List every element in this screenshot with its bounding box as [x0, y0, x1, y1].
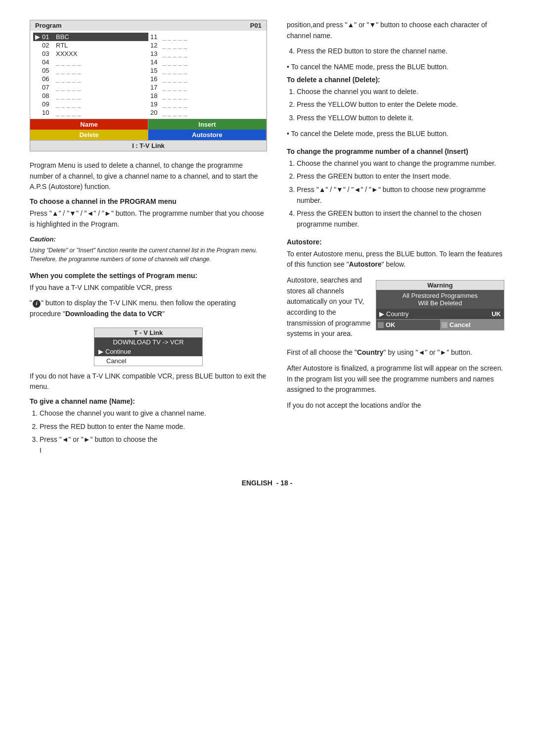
- footer-page: - 18 -: [276, 479, 293, 487]
- program-row: 03 XXXXX: [33, 49, 148, 58]
- program-row: 07 _ _ _ _ _: [33, 83, 148, 92]
- row-num: 13: [150, 50, 162, 57]
- warning-message: All Prestored Programmes Will Be Deleted: [376, 290, 504, 309]
- continue-arrow: ▶: [98, 348, 103, 355]
- complete-para2: "i" button to display the T-V LINK menu.…: [30, 298, 267, 319]
- cancel-delete-bullet: To cancel the Delete mode, press the BLU…: [287, 129, 504, 140]
- tvlink-continue[interactable]: ▶ Continue: [94, 347, 202, 356]
- ok-checkbox: [378, 322, 384, 328]
- info-icon: i: [33, 300, 41, 308]
- country-label: Country: [386, 310, 409, 318]
- program-row: 06 _ _ _ _ _: [33, 75, 148, 83]
- tvlink-header: T - V Link: [94, 328, 202, 337]
- caution-text: Using "Delete" or "Insert" function rewr…: [30, 246, 267, 264]
- autostore-para1: To enter Autostore menu, press the BLUE …: [287, 249, 504, 270]
- program-table: Program P01 ▶ 01 BBC 02 RTL: [30, 20, 267, 151]
- row-num: 03: [42, 50, 56, 57]
- country-para: First of all choose the "Country" by usi…: [287, 347, 504, 358]
- insert-section: To change the programme number of a chan…: [287, 147, 504, 230]
- program-row: 08 _ _ _ _ _: [33, 92, 148, 100]
- name-heading: To give a channel name (Name):: [30, 397, 267, 405]
- row-num: 16: [150, 75, 162, 83]
- program-row: 04 _ _ _ _ _: [33, 58, 148, 66]
- row-dash: _ _ _ _ _: [56, 84, 81, 91]
- program-col-label: Program: [35, 22, 61, 29]
- program-table-header: Program P01: [30, 20, 267, 31]
- tvlink-button[interactable]: I : T-V Link: [30, 140, 267, 151]
- tvlink-cancel[interactable]: Cancel: [94, 356, 202, 366]
- row-dash: _ _ _ _ _: [162, 50, 187, 57]
- row-num: 02: [42, 42, 56, 49]
- row-dash: _ _ _ _ _: [56, 100, 81, 108]
- delete-step1: Choose the channel you want to delete.: [297, 87, 504, 97]
- row-arrow: [35, 50, 42, 57]
- no-vcr-para: If you do not have a T-V LINK compatible…: [30, 371, 267, 392]
- row-arrow: [35, 92, 42, 99]
- warning-footer-buttons: OK Cancel: [376, 319, 504, 330]
- row-arrow: [35, 42, 42, 49]
- row-arrow: ▶: [35, 33, 42, 41]
- program-row: 17 _ _ _ _ _: [148, 83, 264, 92]
- row-num: 20: [150, 109, 162, 116]
- row-name: RTL: [56, 42, 86, 49]
- warning-cancel-button[interactable]: Cancel: [440, 320, 504, 330]
- name-button[interactable]: Name: [30, 119, 148, 130]
- row-num: 04: [42, 58, 56, 66]
- delete-button[interactable]: Delete: [30, 130, 148, 140]
- row-num: 08: [42, 92, 56, 99]
- program-left-col: ▶ 01 BBC 02 RTL 03 XXXXX: [33, 33, 148, 117]
- row-dash: _ _ _ _ _: [56, 109, 81, 116]
- program-row: ▶ 01 BBC: [33, 33, 148, 41]
- row-dash: _ _ _ _ _: [162, 84, 187, 91]
- program-row: 09 _ _ _ _ _: [33, 100, 148, 108]
- name-step2: Press the RED button to enter the Name m…: [40, 422, 267, 432]
- insert-heading: To change the programme number of a chan…: [287, 147, 504, 155]
- program-table-footer: Name Insert Delete Autostore I : T-V Lin…: [30, 119, 267, 151]
- choose-section: To choose a channel in the PROGRAM menu …: [30, 197, 267, 264]
- row-num: 10: [42, 109, 56, 116]
- insert-step3: Press "▲" / "▼" / "◄" / "►" button to ch…: [297, 185, 504, 206]
- program-row: 10 _ _ _ _ _: [33, 108, 148, 117]
- row-num: 14: [150, 58, 162, 66]
- program-row: 05 _ _ _ _ _: [33, 66, 148, 75]
- row-dash: _ _ _ _ _: [56, 58, 81, 66]
- name-step4-list: Press the RED button to store the channe…: [287, 46, 504, 57]
- delete-section: To delete a channel (Delete): Choose the…: [287, 76, 504, 140]
- insert-button[interactable]: Insert: [148, 119, 267, 130]
- row-num: 05: [42, 67, 56, 74]
- row-dash: _ _ _ _ _: [56, 67, 81, 74]
- row-name: BBC: [56, 33, 86, 41]
- country-arrow: ▶: [379, 310, 384, 318]
- delete-step2: Press the YELLOW button to enter the Del…: [297, 99, 504, 110]
- insert-step4: Press the GREEN button to insert the cha…: [297, 208, 504, 230]
- cancel-name-bullet: To cancel the NAME mode, press the BLUE …: [287, 62, 504, 73]
- row-arrow: [35, 67, 42, 74]
- row-num: 11: [150, 33, 162, 41]
- right-para-top: position,and press "▲" or "▼" button to …: [287, 20, 504, 41]
- warning-ok-button[interactable]: OK: [376, 320, 440, 330]
- left-column: Program P01 ▶ 01 BBC 02 RTL: [30, 20, 267, 464]
- insert-step1: Choose the channel you want to change th…: [297, 158, 504, 169]
- complete-heading: When you complete the settings of Progra…: [30, 272, 267, 280]
- row-dash: _ _ _ _ _: [162, 92, 187, 99]
- row-dash: _ _ _ _ _: [162, 58, 187, 66]
- warning-country-row: ▶ Country UK: [376, 309, 504, 319]
- row-num: 01: [42, 33, 56, 41]
- program-row: 20 _ _ _ _ _: [148, 108, 264, 117]
- autostore-button[interactable]: Autostore: [148, 130, 267, 140]
- row-dash: _ _ _ _ _: [162, 33, 187, 41]
- warning-box: Warning All Prestored Programmes Will Be…: [376, 280, 504, 331]
- row-num: 07: [42, 84, 56, 91]
- row-num: 09: [42, 100, 56, 108]
- program-row: 16 _ _ _ _ _: [148, 75, 264, 83]
- choose-heading: To choose a channel in the PROGRAM menu: [30, 197, 267, 205]
- name-step3-cont: I: [40, 446, 42, 454]
- last-para: If you do not accept the locations and/o…: [287, 400, 504, 411]
- row-arrow: [35, 100, 42, 108]
- program-row: 15 _ _ _ _ _: [148, 66, 264, 75]
- delete-heading: To delete a channel (Delete):: [287, 76, 504, 84]
- tvlink-download: DOWNLOAD TV -> VCR: [94, 337, 202, 347]
- row-num: 15: [150, 67, 162, 74]
- ok-label: OK: [386, 321, 396, 329]
- cancel-checkbox: [442, 322, 447, 328]
